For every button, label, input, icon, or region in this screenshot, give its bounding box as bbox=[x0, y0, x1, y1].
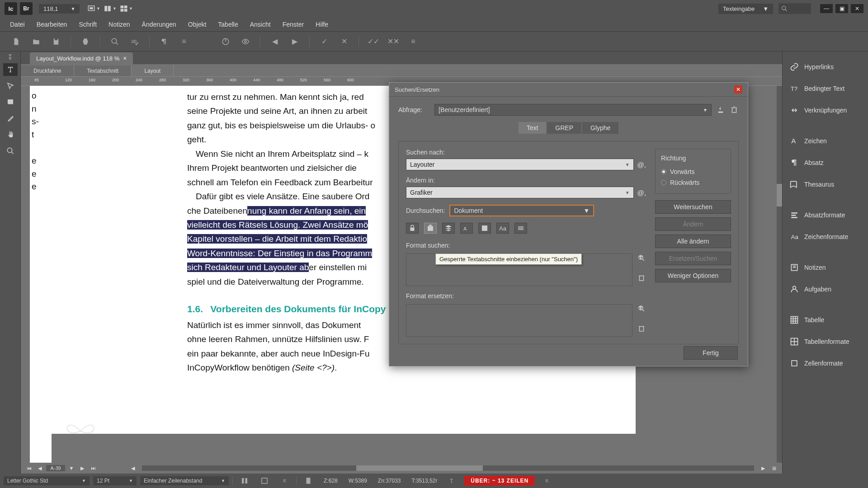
prev-icon[interactable]: ◀ bbox=[267, 35, 283, 48]
accept-icon[interactable]: ✓ bbox=[316, 35, 332, 48]
view-tab-story[interactable]: Textabschnitt bbox=[74, 66, 132, 76]
document-tab[interactable]: Layout_Workflow.indd @ 118 % × bbox=[30, 52, 133, 64]
panel-hyperlinks[interactable]: Hyperlinks bbox=[783, 56, 868, 78]
locked-stories-icon[interactable] bbox=[424, 223, 437, 234]
workspace-switcher[interactable]: Texteingabe ▼ bbox=[718, 4, 773, 14]
accept-all-icon[interactable]: ✓✓ bbox=[365, 35, 382, 48]
frame-icon[interactable] bbox=[256, 474, 273, 488]
specify-format-icon[interactable]: T bbox=[637, 253, 646, 263]
reject-icon[interactable]: ✕ bbox=[336, 35, 352, 48]
line-spacing-field[interactable]: Einfacher Zeilenabstand▼ bbox=[140, 476, 229, 485]
split-view-icon[interactable]: ⊞ bbox=[769, 464, 778, 472]
panel-table-styles[interactable]: Tabellenformate bbox=[783, 331, 868, 352]
change-button[interactable]: Ändern bbox=[655, 217, 731, 231]
font-name-field[interactable]: Letter Gothic Std▼ bbox=[4, 476, 90, 485]
view-options-icon[interactable]: ▼ bbox=[102, 3, 118, 14]
note-tool-icon[interactable] bbox=[3, 96, 18, 108]
menu-view[interactable]: Ansicht bbox=[245, 18, 276, 31]
case-sensitive-icon[interactable]: Aa bbox=[496, 223, 509, 234]
clear-format-icon[interactable] bbox=[637, 324, 646, 333]
menu-edit[interactable]: Bearbeiten bbox=[31, 18, 73, 31]
panel-cell-styles[interactable]: Zellenformate bbox=[783, 352, 868, 374]
panel-notes[interactable]: Notizen bbox=[783, 257, 868, 278]
spellcheck-icon[interactable]: ab bbox=[127, 35, 143, 48]
close-icon[interactable]: ✕ bbox=[734, 85, 742, 94]
screen-mode-icon[interactable]: ▼ bbox=[86, 3, 101, 14]
print-icon[interactable] bbox=[77, 35, 94, 48]
menu-notes[interactable]: Notizen bbox=[103, 18, 135, 31]
menu-file[interactable]: Datei bbox=[5, 18, 30, 31]
radio-forward[interactable]: Vorwärts bbox=[661, 166, 725, 177]
close-icon[interactable]: × bbox=[123, 55, 127, 62]
master-pages-icon[interactable]: A bbox=[460, 223, 473, 234]
scroll-left-icon[interactable]: ◀ bbox=[128, 464, 137, 472]
view-tab-galley[interactable]: Druckfahne bbox=[21, 66, 74, 76]
panel-character[interactable]: AZeichen bbox=[783, 130, 868, 152]
save-icon[interactable] bbox=[48, 35, 64, 48]
first-page-icon[interactable]: ⏮ bbox=[24, 464, 33, 472]
menu-icon[interactable]: ≡ bbox=[538, 474, 555, 488]
locked-layers-icon[interactable] bbox=[406, 223, 419, 234]
panel-character-styles[interactable]: AaZeichenformate bbox=[783, 226, 868, 248]
menu-icon[interactable]: ≡ bbox=[176, 35, 192, 48]
bridge-icon[interactable]: Br bbox=[20, 2, 33, 15]
zoom-tool-icon[interactable] bbox=[3, 145, 18, 157]
search-scope-select[interactable]: Dokument▼ bbox=[449, 205, 594, 216]
power-icon[interactable] bbox=[217, 35, 234, 48]
panel-table[interactable]: Tabelle bbox=[783, 309, 868, 331]
page-number-field[interactable]: A-39 bbox=[46, 465, 65, 471]
panel-paragraph[interactable]: Absatz bbox=[783, 152, 868, 174]
search-for-input[interactable]: Layouter▼ bbox=[406, 159, 634, 170]
menu-icon[interactable]: ≡ bbox=[276, 474, 292, 488]
view-tab-layout[interactable]: Layout bbox=[132, 66, 174, 76]
close-button[interactable]: ✕ bbox=[851, 4, 863, 13]
hidden-layers-icon[interactable] bbox=[442, 223, 455, 234]
next-icon[interactable]: ▶ bbox=[287, 35, 303, 48]
menu-window[interactable]: Fenster bbox=[277, 18, 309, 31]
tab-text[interactable]: Text bbox=[519, 122, 547, 134]
panel-links[interactable]: Verknüpfungen bbox=[783, 99, 868, 121]
page-dropdown-icon[interactable]: ▼ bbox=[67, 464, 76, 472]
open-icon[interactable] bbox=[28, 35, 44, 48]
pilcrow-icon[interactable] bbox=[156, 35, 172, 48]
font-size-field[interactable]: 12 Pt▼ bbox=[93, 476, 137, 485]
footnotes-icon[interactable] bbox=[478, 223, 491, 234]
reject-all-icon[interactable]: ✕✕ bbox=[385, 35, 401, 48]
scroll-right-icon[interactable]: ▶ bbox=[759, 464, 768, 472]
find-next-button[interactable]: Weitersuchen bbox=[655, 200, 731, 214]
delete-query-icon[interactable] bbox=[730, 105, 739, 114]
clear-format-icon[interactable] bbox=[637, 273, 646, 282]
position-tool-icon[interactable] bbox=[3, 80, 18, 92]
find-icon[interactable] bbox=[107, 35, 123, 48]
change-to-input[interactable]: Grafiker▼ bbox=[406, 187, 634, 198]
tab-grep[interactable]: GREP bbox=[547, 122, 581, 134]
menu-table[interactable]: Tabelle bbox=[212, 18, 243, 31]
arrange-icon[interactable]: ▼ bbox=[118, 3, 134, 14]
search-field[interactable] bbox=[778, 3, 811, 14]
change-find-button[interactable]: Ersetzen/Suchen bbox=[655, 252, 731, 265]
radio-backward[interactable]: Rückwärts bbox=[661, 177, 725, 188]
next-page-icon[interactable]: ▶ bbox=[78, 464, 87, 472]
column-icon[interactable] bbox=[236, 474, 253, 488]
fewer-options-button[interactable]: Weniger Optionen bbox=[655, 269, 731, 282]
maximize-button[interactable]: ▣ bbox=[835, 4, 848, 13]
info-icon[interactable] bbox=[300, 474, 316, 488]
minimize-button[interactable]: — bbox=[820, 4, 833, 13]
menu-changes[interactable]: Änderungen bbox=[137, 18, 182, 31]
done-button[interactable]: Fertig bbox=[684, 346, 738, 360]
panel-thesaurus[interactable]: Thesaurus bbox=[783, 174, 868, 195]
vertical-scrollbar[interactable] bbox=[777, 86, 782, 463]
eyedropper-tool-icon[interactable] bbox=[3, 112, 18, 125]
whole-word-icon[interactable] bbox=[514, 223, 527, 234]
panel-assignments[interactable]: Aufgaben bbox=[783, 278, 868, 300]
save-query-icon[interactable] bbox=[716, 105, 725, 114]
query-select[interactable]: [Benutzerdefiniert]▼ bbox=[434, 104, 712, 116]
prev-page-icon[interactable]: ◀ bbox=[35, 464, 44, 472]
change-all-button[interactable]: Alle ändern bbox=[655, 235, 731, 248]
special-char-button[interactable]: @, bbox=[637, 189, 646, 197]
menu-help[interactable]: Hilfe bbox=[310, 18, 334, 31]
type-tool-icon[interactable] bbox=[3, 63, 18, 76]
tab-glyph[interactable]: Glyphe bbox=[582, 122, 618, 134]
menu-icon[interactable]: ≡ bbox=[405, 35, 421, 48]
dialog-titlebar[interactable]: Suchen/Ersetzen ✕ bbox=[389, 83, 748, 97]
